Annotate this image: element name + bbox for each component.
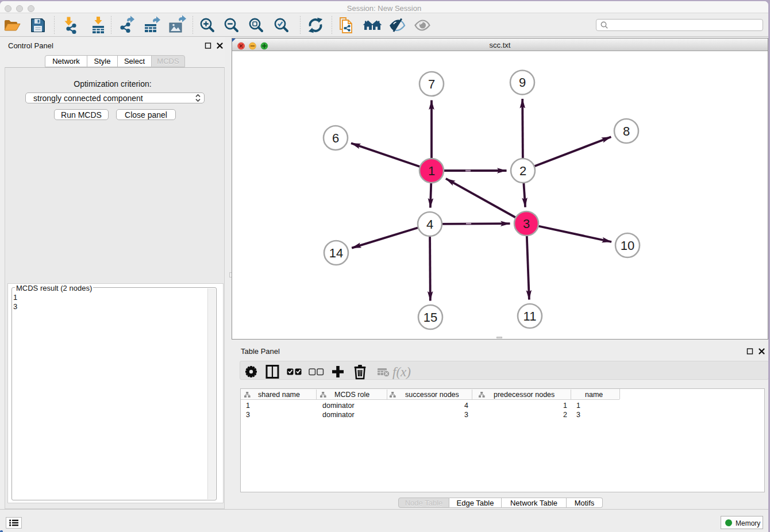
svg-text:MCDS role: MCDS role [334, 391, 369, 399]
svg-text:shared name: shared name [258, 391, 300, 399]
svg-text:7: 7 [428, 77, 435, 91]
svg-text:8: 8 [623, 124, 630, 138]
svg-text:11: 11 [523, 309, 537, 323]
svg-text:14: 14 [329, 246, 343, 260]
svg-text:predecessor nodes: predecessor nodes [494, 391, 555, 399]
svg-text:15: 15 [424, 310, 437, 325]
svg-text:1: 1 [428, 164, 435, 178]
svg-text:9: 9 [519, 75, 526, 90]
svg-text:4: 4 [426, 217, 433, 232]
svg-text:6: 6 [332, 131, 339, 145]
svg-text:successor nodes: successor nodes [405, 391, 459, 399]
svg-text:f(x): f(x) [392, 365, 411, 379]
svg-text:2: 2 [519, 164, 526, 178]
svg-text:3: 3 [523, 217, 530, 231]
svg-text:name: name [585, 391, 603, 399]
svg-text:10: 10 [621, 238, 634, 253]
